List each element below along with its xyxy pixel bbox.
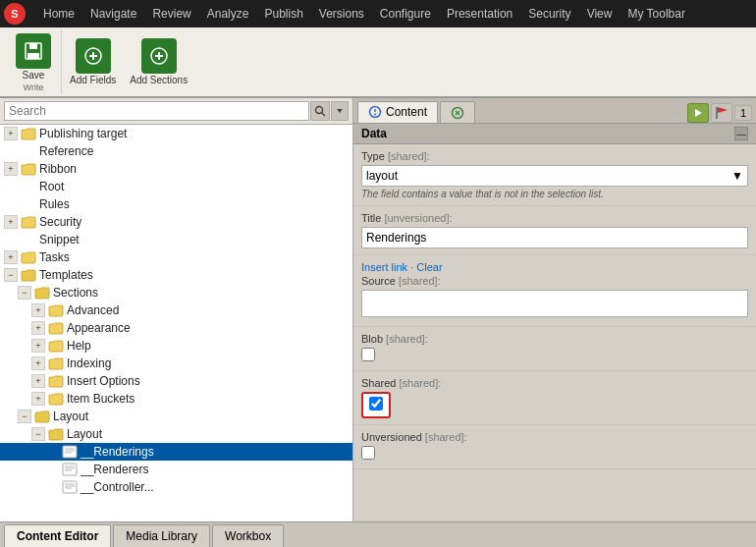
shared-checkbox[interactable] [369, 397, 383, 410]
expand-btn-advanced[interactable]: + [31, 303, 45, 317]
expand-btn-insert-options[interactable]: + [31, 374, 45, 388]
expand-btn-publishing-target[interactable]: + [4, 127, 18, 140]
expand-btn-snippet[interactable] [4, 233, 18, 246]
menu-item-home[interactable]: Home [35, 3, 82, 25]
menu-item-view[interactable]: View [579, 3, 621, 25]
menu-item-presentation[interactable]: Presentation [439, 3, 520, 25]
expand-btn-layout[interactable]: − [18, 410, 31, 423]
menu-item-analyze[interactable]: Analyze [199, 3, 257, 25]
tree-icon-indexing [47, 356, 65, 371]
menu-item-review[interactable]: Review [144, 3, 198, 25]
counter-value: 1 [740, 107, 746, 119]
type-field-label: Type [shared]: [361, 150, 748, 162]
media-library-label: Media Library [126, 529, 197, 543]
source-textarea[interactable] [361, 290, 748, 317]
tree-item-appearance[interactable]: +Appearance [0, 319, 352, 337]
blob-field-block: Blob [shared]: [353, 327, 756, 371]
write-section-label: Write [24, 82, 44, 92]
tree-item-renderings[interactable]: __Renderings [0, 443, 352, 461]
expand-btn-templates[interactable]: − [4, 268, 18, 282]
go-button[interactable] [687, 103, 709, 123]
expand-btn-sections[interactable]: − [18, 286, 31, 300]
tree-item-advanced[interactable]: +Advanced [0, 301, 352, 319]
expand-btn-renderers[interactable] [45, 463, 59, 476]
tree-item-insert-options[interactable]: +Insert Options [0, 372, 352, 390]
content-editor-tab[interactable]: Content Editor [4, 524, 111, 547]
tree-icon-root [20, 179, 37, 194]
flag-button[interactable] [711, 103, 732, 123]
tree-label-indexing: Indexing [67, 356, 111, 370]
type-warning: The field contains a value that is not i… [361, 189, 748, 199]
expand-btn-tasks[interactable]: + [4, 250, 18, 264]
add-sections-label: Add Sections [130, 75, 188, 85]
tree-item-ribbon[interactable]: +Ribbon [0, 160, 352, 178]
expand-btn-item-buckets[interactable]: + [31, 392, 45, 406]
media-library-tab[interactable]: Media Library [113, 524, 210, 547]
svg-rect-12 [63, 446, 77, 458]
tree-item-security[interactable]: +Security [0, 213, 352, 231]
workbox-tab[interactable]: Workbox [212, 524, 284, 547]
tree-item-rules[interactable]: Rules [0, 195, 352, 213]
blob-field-label: Blob [shared]: [361, 333, 748, 345]
source-field-block: Insert link · Clear Source [shared]: [353, 255, 756, 327]
tree-item-controller[interactable]: __Controller... [0, 478, 352, 496]
menu-item-navigate[interactable]: Navigate [82, 3, 144, 25]
tree-icon-publishing-target [20, 126, 37, 141]
bottom-tabs: Content Editor Media Library Workbox [0, 521, 756, 547]
tree-item-templates[interactable]: −Templates [0, 266, 352, 284]
expand-btn-rules[interactable] [4, 197, 18, 211]
tree-item-reference[interactable]: Reference [0, 142, 352, 160]
tree-item-layout[interactable]: −Layout [0, 408, 352, 425]
tab2[interactable] [440, 101, 475, 123]
insert-link[interactable]: Insert link [361, 261, 407, 273]
menu-item-versions[interactable]: Versions [311, 3, 372, 25]
tree-item-item-buckets[interactable]: +Item Buckets [0, 390, 352, 408]
expand-btn-layout-sub[interactable]: − [31, 427, 45, 441]
unversioned-checkbox[interactable] [361, 446, 375, 460]
svg-line-10 [322, 113, 326, 117]
tree-item-indexing[interactable]: +Indexing [0, 355, 352, 372]
expand-btn-help[interactable]: + [31, 339, 45, 353]
tree-item-sections[interactable]: −Sections [0, 284, 352, 301]
expand-btn-indexing[interactable]: + [31, 356, 45, 370]
add-fields-label: Add Fields [70, 75, 116, 85]
expand-btn-appearance[interactable]: + [31, 321, 45, 335]
expand-btn-renderings[interactable] [45, 445, 59, 459]
tree-item-root[interactable]: Root [0, 178, 352, 195]
save-button[interactable]: Save [12, 31, 55, 82]
content-editor-label: Content Editor [17, 529, 98, 543]
tree-item-publishing-target[interactable]: +Publishing target [0, 125, 352, 142]
expand-btn-reference[interactable] [4, 144, 18, 158]
svg-rect-16 [63, 464, 77, 475]
search-dropdown-icon[interactable] [331, 101, 349, 121]
menu-item-configure[interactable]: Configure [372, 3, 439, 25]
menu-item-security[interactable]: Security [520, 3, 578, 25]
add-sections-button[interactable]: Add Sections [124, 36, 193, 87]
shared-field-label: Shared [shared]: [361, 377, 748, 389]
type-select[interactable]: layout ▼ [361, 165, 748, 187]
title-input[interactable] [361, 227, 748, 248]
source-field-label: Source [shared]: [361, 275, 748, 287]
unversioned-field-label: Unversioned [shared]: [361, 431, 748, 443]
tree-item-snippet[interactable]: Snippet [0, 231, 352, 248]
app-logo[interactable]: S [4, 3, 26, 25]
tree-item-help[interactable]: +Help [0, 337, 352, 355]
menu-item-publish[interactable]: Publish [256, 3, 310, 25]
search-input[interactable] [4, 101, 309, 121]
tree-item-tasks[interactable]: +Tasks [0, 248, 352, 266]
tree-item-renderers[interactable]: __Renderers [0, 461, 352, 478]
expand-btn-controller[interactable] [45, 480, 59, 494]
blob-checkbox[interactable] [361, 348, 375, 361]
expand-btn-root[interactable] [4, 180, 18, 193]
expand-btn-ribbon[interactable]: + [4, 162, 18, 176]
minimize-button[interactable]: — [734, 127, 748, 140]
add-fields-button[interactable]: Add Fields [64, 36, 122, 87]
menu-item-my-toolbar[interactable]: My Toolbar [620, 3, 692, 25]
tree-item-layout-sub[interactable]: −Layout [0, 425, 352, 443]
clear-link[interactable]: Clear [416, 261, 442, 273]
search-submit-icon[interactable] [310, 101, 330, 121]
expand-btn-security[interactable]: + [4, 215, 18, 229]
left-panel: +Publishing targetReference+RibbonRootRu… [0, 98, 353, 521]
tree-label-tasks: Tasks [39, 250, 70, 264]
content-tab[interactable]: Content [357, 101, 438, 123]
